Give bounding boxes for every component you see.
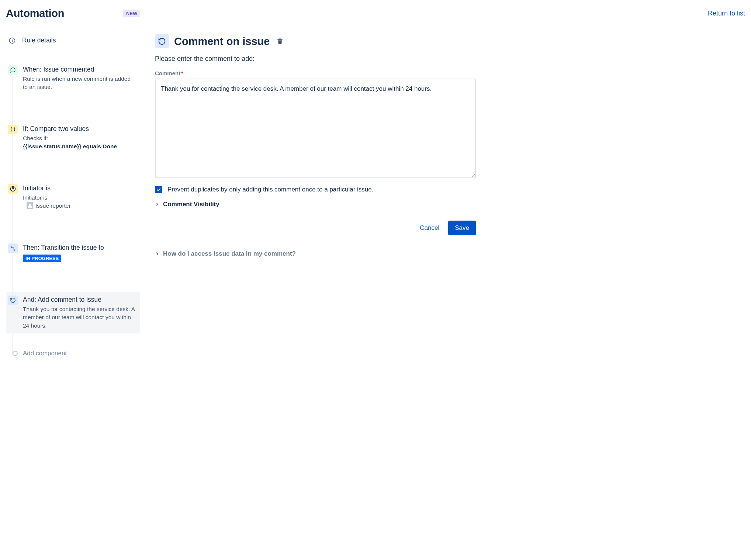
step-trigger[interactable]: When: Issue commented Rule is run when a… bbox=[6, 62, 140, 95]
step-action-comment[interactable]: And: Add comment to issue Thank you for … bbox=[6, 292, 140, 333]
required-asterisk: * bbox=[181, 70, 183, 76]
new-badge: NEW bbox=[123, 10, 140, 17]
svg-point-5 bbox=[11, 246, 12, 247]
transition-icon bbox=[8, 243, 18, 253]
save-button[interactable]: Save bbox=[448, 221, 476, 235]
step-condition-initiator[interactable]: Initiator is Initiator is Issue reporter bbox=[6, 180, 140, 214]
step-title: When: Issue commented bbox=[23, 66, 136, 73]
step-title: Then: Transition the issue to bbox=[23, 244, 136, 252]
chevron-right-icon bbox=[155, 202, 159, 207]
step-action-transition[interactable]: Then: Transition the issue to IN PROGRES… bbox=[6, 240, 140, 266]
step-desc: Thank you for contacting the service des… bbox=[23, 305, 136, 330]
braces-icon bbox=[8, 125, 18, 134]
user-circle-icon bbox=[8, 184, 18, 194]
return-to-list-link[interactable]: Return to list bbox=[708, 10, 745, 17]
add-component-label: Add component bbox=[23, 350, 67, 357]
delete-button[interactable] bbox=[275, 36, 285, 46]
rule-details-label: Rule details bbox=[22, 37, 56, 44]
step-title: Initiator is bbox=[23, 184, 136, 192]
status-badge: IN PROGRESS bbox=[23, 255, 61, 262]
add-circle-icon bbox=[13, 351, 18, 356]
step-desc-prefix: Initiator is bbox=[23, 194, 47, 201]
comment-input[interactable] bbox=[155, 79, 476, 178]
step-title: And: Add comment to issue bbox=[23, 296, 136, 304]
prevent-duplicates-checkbox[interactable] bbox=[155, 186, 162, 193]
page-title: Automation bbox=[6, 7, 64, 20]
add-component-button[interactable]: Add component bbox=[6, 348, 140, 359]
step-desc: Checks if: {{issue.status.name}} equals … bbox=[23, 134, 136, 151]
comment-visibility-toggle[interactable]: Comment Visibility bbox=[155, 201, 476, 208]
panel-description: Please enter the comment to add: bbox=[155, 55, 476, 63]
comment-field-label: Comment* bbox=[155, 70, 476, 76]
visibility-label: Comment Visibility bbox=[163, 201, 219, 208]
step-desc-value: Issue reporter bbox=[35, 203, 71, 209]
svg-point-2 bbox=[12, 39, 13, 39]
step-desc: Initiator is Issue reporter bbox=[23, 194, 136, 210]
refresh-icon bbox=[8, 295, 18, 305]
config-panel: Comment on issue Please enter the commen… bbox=[155, 34, 476, 359]
refresh-icon bbox=[155, 34, 169, 48]
step-desc-bold: {{issue.status.name}} equals Done bbox=[23, 143, 117, 149]
rule-sidebar: Rule details When: Issue commented Rule … bbox=[4, 34, 140, 359]
comment-label-text: Comment bbox=[155, 70, 180, 76]
svg-point-4 bbox=[12, 187, 14, 189]
step-desc-prefix: Checks if: bbox=[23, 135, 48, 141]
checkbox-label: Prevent duplicates by only adding this c… bbox=[167, 186, 373, 193]
step-condition-compare[interactable]: If: Compare two values Checks if: {{issu… bbox=[6, 121, 140, 155]
help-label: How do I access issue data in my comment… bbox=[163, 250, 296, 257]
panel-title: Comment on issue bbox=[174, 35, 270, 48]
step-desc: Rule is run when a new comment is added … bbox=[23, 75, 136, 91]
rule-details-item[interactable]: Rule details bbox=[4, 34, 140, 51]
avatar-icon bbox=[27, 202, 33, 209]
step-title: If: Compare two values bbox=[23, 125, 136, 133]
chevron-right-icon bbox=[155, 252, 159, 256]
info-icon bbox=[9, 37, 15, 44]
svg-point-6 bbox=[14, 249, 15, 250]
help-toggle[interactable]: How do I access issue data in my comment… bbox=[155, 250, 476, 257]
comment-icon bbox=[8, 65, 18, 75]
cancel-button[interactable]: Cancel bbox=[418, 221, 442, 235]
